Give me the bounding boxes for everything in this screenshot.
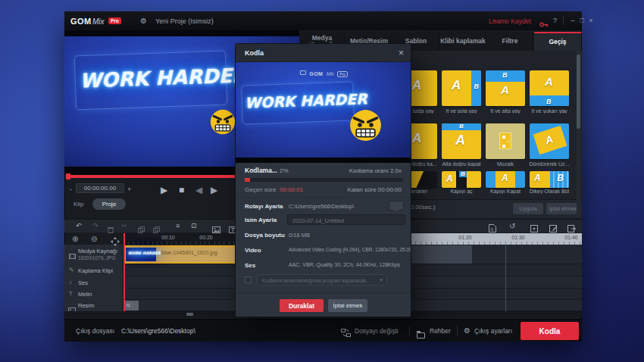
crop-icon[interactable]: ⊡ [191, 223, 197, 229]
new-frame-icon[interactable]: N [489, 222, 496, 236]
titlebar-divider [563, 16, 564, 25]
prev-frame-button[interactable]: ◀ [195, 185, 202, 195]
cancel-button[interactable]: İptal etmek [546, 203, 580, 214]
guide-folder-icon [417, 332, 425, 339]
transition-thumb[interactable]: A B [442, 70, 481, 106]
encode-preview: GOM Mix Pro WORK HARDER [236, 62, 411, 163]
clip-toggle[interactable]: Klip [73, 201, 83, 208]
hscrollbar-thumb[interactable] [186, 313, 193, 316]
maximize-button[interactable]: □ [578, 17, 586, 24]
dialog-close-icon[interactable]: × [399, 48, 404, 58]
cancel-encode-button[interactable]: İptal etmek [328, 299, 367, 312]
desktop: GOM Mix Pro ⚙ Yeni Proje (Isimsiz) Lisan… [0, 0, 644, 362]
adjust-tracks-icon[interactable]: ≡ [176, 223, 180, 229]
watermark: GOM Mix Pro [236, 65, 411, 79]
image-clip[interactable]: f1 [124, 301, 139, 311]
track-name: Metin [78, 291, 92, 298]
filename-value: 2020-07-14_Untitled [292, 217, 344, 224]
slide-a: A [452, 78, 461, 93]
angry-emoji [210, 109, 236, 138]
project-toggle[interactable]: Proje [102, 201, 117, 208]
pro-badge: Pro [108, 17, 121, 24]
browse-button[interactable]: ··· [389, 201, 404, 211]
image-clip-label: f1 [127, 303, 130, 307]
clip-neon-text: WORK HARDER [128, 251, 161, 255]
panel-scrollbar-thumb[interactable] [577, 55, 580, 129]
tab-gecis[interactable]: Geçiş [534, 32, 582, 51]
encoding-status-label: Kodlama... [245, 167, 277, 174]
encode-dialog-header[interactable]: Kodla × [236, 44, 411, 62]
media-clip-tail[interactable] [411, 245, 472, 264]
transition-thumb[interactable]: A B [530, 171, 569, 188]
watermark-logo-icon [300, 70, 306, 75]
change-file-button[interactable]: Dosyayı değişti [355, 327, 399, 335]
add-image-icon[interactable] [212, 223, 220, 236]
time-increase-button[interactable]: + [127, 186, 131, 193]
zoom-in-icon[interactable]: ⊕ [72, 235, 78, 243]
output-settings-button[interactable]: Çıkış ayarları [474, 327, 512, 335]
app-logo: GOM [70, 17, 92, 26]
output-path-value: C:\Users\gre566\Desktop\ [289, 203, 354, 210]
apply-button[interactable]: Uygula [513, 203, 543, 214]
next-frame-button[interactable]: ▶ [211, 185, 217, 195]
track-headers: Medya Kaynağı 1920X1079, JPG ✎ Kaplama K… [64, 245, 123, 311]
encoding-percent: 2% [280, 167, 289, 174]
guide-button[interactable]: Rehber [430, 327, 451, 335]
panel-scrollbar[interactable] [577, 51, 580, 218]
play-button[interactable]: ▶ [161, 185, 167, 195]
field-label: Ses [245, 262, 255, 269]
transition-thumb[interactable]: A B [530, 70, 569, 106]
register-license-link[interactable]: Lisansı Kaydet [489, 17, 531, 25]
tab-filtre[interactable]: Filtre [487, 32, 533, 51]
playhead[interactable] [123, 233, 125, 311]
slide-a: A [412, 131, 421, 146]
close-on-finish-checkbox[interactable] [245, 276, 252, 283]
seek-handle[interactable] [66, 173, 70, 179]
transition-label: Kapıyı aç [439, 189, 483, 194]
edit-frame-icon[interactable] [549, 222, 558, 236]
remaining-value: 00:00:00 [378, 186, 402, 193]
watermark-mix: Mix [327, 71, 334, 76]
time-decrease-button[interactable]: - [70, 186, 72, 193]
scissors-icon[interactable]: ✂ [121, 223, 127, 229]
transition-label: Dikey Olarak Böl [527, 189, 571, 194]
gear-icon[interactable]: ⚙ [140, 17, 147, 25]
output-file-label: Çıkış dosyası [76, 327, 114, 335]
timecode-display: 00:00:00.00 [84, 185, 116, 192]
trash-icon[interactable] [108, 223, 114, 236]
bottom-bar: Çıkış dosyası C:\Users\gre566\Desktop\ D… [64, 319, 582, 342]
encode-button[interactable]: Kodla [521, 322, 579, 340]
duplicate-icon[interactable] [153, 223, 160, 236]
media-track-icon [69, 248, 76, 262]
rotate-icon[interactable]: ↺ [509, 223, 515, 230]
close-on-finish-label: Kodlama tamamlandığında program kapanaca… [262, 278, 370, 283]
close-on-finish-select[interactable]: Kodlama tamamlandığında program kapanaca… [257, 274, 387, 286]
undo-icon[interactable]: ↶ [76, 223, 82, 229]
text-track-icon: T [69, 291, 73, 297]
stop-button[interactable]: ■ [179, 185, 184, 195]
save-frame-icon[interactable] [530, 222, 538, 236]
transition-thumb[interactable]: B A [442, 123, 481, 159]
zoom-out-icon[interactable]: ⊖ [91, 235, 97, 243]
pan-icon[interactable] [111, 236, 120, 249]
change-file-icon[interactable] [341, 326, 351, 340]
transition-thumb[interactable]: B A [442, 171, 481, 188]
close-button[interactable]: × [587, 17, 595, 24]
export-frame-icon[interactable] [567, 222, 576, 236]
pause-button[interactable]: Duraklat [280, 299, 324, 312]
transition-thumb[interactable]: B A [486, 70, 525, 106]
help-icon[interactable]: ? [553, 17, 557, 24]
transition-thumb[interactable] [486, 123, 525, 159]
transition-thumb[interactable]: A [486, 171, 525, 188]
transition-thumb[interactable]: A [530, 123, 569, 159]
angry-emoji [349, 109, 382, 145]
tab-klibi-kaplamak[interactable]: Klibi kaplamak [440, 32, 486, 51]
project-end-marker [505, 245, 506, 311]
transition-label: İt ve sola yay [439, 108, 483, 114]
redo-icon[interactable]: ↷ [92, 223, 98, 229]
bottombar-divider [457, 326, 458, 336]
copy-icon[interactable] [138, 223, 145, 236]
minimize-button[interactable]: – [569, 17, 577, 24]
key-icon [539, 17, 549, 31]
filename-input[interactable]: 2020-07-14_Untitled [287, 214, 405, 225]
